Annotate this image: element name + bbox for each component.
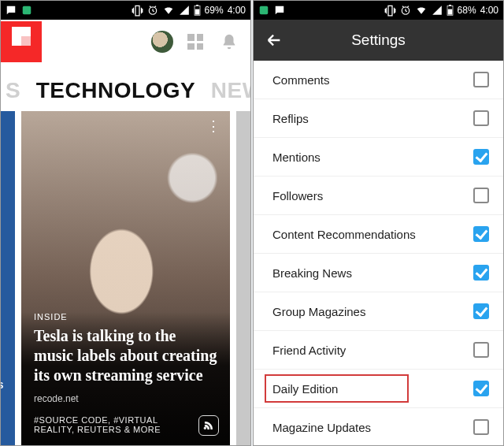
settings-label: Reflips [272, 112, 473, 125]
clock: 4:00 [228, 5, 246, 16]
tab-news[interactable]: NEWS [206, 78, 250, 102]
settings-label: Followers [272, 189, 473, 203]
profile-avatar[interactable] [151, 31, 173, 53]
phone-right-settings: 68% 4:00 Settings CommentsReflipsMention… [253, 0, 504, 446]
card-overflow-icon[interactable] [206, 117, 222, 135]
notifications-icon[interactable] [220, 33, 238, 50]
article-source: recode.net [34, 393, 217, 404]
settings-row-group-magazines[interactable]: Group Magazines [254, 292, 503, 331]
wifi-icon [415, 5, 428, 16]
notif-icon [274, 5, 285, 16]
settings-label: Content Recommendations [272, 228, 473, 241]
settings-label: Magazine Updates [272, 421, 473, 434]
flipboard-logo[interactable] [1, 21, 42, 62]
settings-row-friend-activity[interactable]: Friend Activity [254, 331, 503, 370]
settings-row-reflips[interactable]: Reflips [254, 99, 503, 138]
settings-label: Group Magazines [272, 305, 473, 318]
app-badge-icon [258, 5, 269, 16]
phone-left-flipboard: 69% 4:00 S TECHNOLOGY NEWS WHA DNS INSID… [0, 0, 251, 446]
settings-row-followers[interactable]: Followers [254, 177, 503, 215]
svg-rect-9 [449, 5, 451, 6]
battery-percent: 69% [205, 5, 224, 16]
wifi-icon [162, 5, 175, 16]
settings-row-content-recommendations[interactable]: Content Recommendations [254, 215, 503, 254]
vibrate-icon [132, 5, 143, 17]
checkbox[interactable] [473, 265, 489, 281]
signal-icon [179, 5, 190, 16]
battery-icon [447, 5, 454, 16]
next-card-peek[interactable] [236, 111, 250, 445]
settings-label: Breaking News [272, 266, 473, 280]
back-button[interactable] [254, 32, 295, 49]
svg-rect-4 [196, 5, 198, 6]
checkbox[interactable] [473, 149, 489, 165]
settings-title: Settings [295, 32, 503, 49]
notif-icon [6, 5, 17, 16]
app-badge-icon [21, 5, 32, 16]
feed-carousel[interactable]: DNS INSIDE Tesla is talking to the music… [1, 111, 250, 445]
grid-icon[interactable] [187, 34, 203, 50]
checkbox[interactable] [473, 419, 489, 435]
article-headline: Tesla is talking to the music labels abo… [34, 326, 217, 385]
settings-row-magazine-updates[interactable]: Magazine Updates [254, 408, 503, 445]
article-kicker: INSIDE [34, 312, 217, 321]
vibrate-icon [384, 5, 396, 17]
checkbox[interactable] [473, 342, 489, 358]
settings-list: CommentsReflipsMentionsFollowersContent … [254, 61, 503, 445]
card-text-block: INSIDE Tesla is talking to the music lab… [21, 312, 230, 445]
svg-rect-8 [447, 9, 452, 15]
svg-rect-0 [23, 6, 32, 15]
clock: 4:00 [480, 5, 498, 16]
article-card[interactable]: INSIDE Tesla is talking to the music lab… [21, 111, 230, 445]
article-tags: #SOURCE CODE, #VIRTUAL REALITY, REUTERS … [34, 415, 191, 434]
signal-icon [432, 5, 443, 16]
checkbox[interactable] [473, 381, 489, 396]
status-bar: 68% 4:00 [254, 1, 503, 20]
settings-row-daily-edition[interactable]: Daily Edition [254, 370, 503, 408]
alarm-icon [400, 5, 411, 16]
battery-percent: 68% [458, 5, 476, 16]
svg-rect-5 [260, 6, 269, 15]
tab-technology[interactable]: TECHNOLOGY [32, 78, 201, 102]
settings-row-mentions[interactable]: Mentions [254, 138, 503, 177]
tab-prev[interactable]: S [1, 78, 25, 102]
settings-header: Settings [254, 20, 503, 61]
settings-label: Mentions [272, 151, 473, 164]
settings-row-comments[interactable]: Comments [254, 61, 503, 99]
checkbox[interactable] [473, 226, 489, 242]
settings-label: Daily Edition [272, 382, 473, 396]
settings-label: Friend Activity [272, 344, 473, 357]
battery-icon [194, 5, 201, 16]
checkbox[interactable] [473, 72, 489, 87]
status-bar: 69% 4:00 [1, 1, 250, 20]
checkbox[interactable] [473, 188, 489, 203]
prev-card-peek[interactable]: DNS [1, 111, 15, 445]
settings-label: Comments [272, 73, 473, 87]
checkbox[interactable] [473, 110, 489, 126]
checkbox[interactable] [473, 303, 489, 319]
flip-icon[interactable] [198, 415, 219, 436]
category-tabs[interactable]: S TECHNOLOGY NEWS WHA [1, 64, 250, 111]
svg-rect-3 [195, 9, 199, 15]
alarm-icon [147, 5, 158, 16]
settings-row-breaking-news[interactable]: Breaking News [254, 254, 503, 292]
app-header [1, 20, 250, 64]
